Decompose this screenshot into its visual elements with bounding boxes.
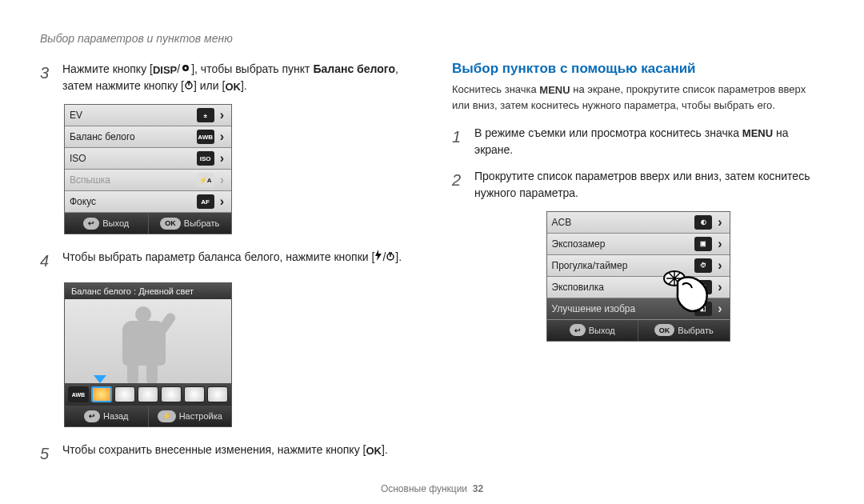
- page-number: 32: [473, 483, 483, 494]
- t: Нажмите кнопку [: [62, 62, 153, 75]
- page-footer: Основные функции 32: [0, 483, 864, 494]
- menu-label: ACB: [552, 217, 695, 228]
- flower-icon: [180, 63, 191, 73]
- t: ].: [395, 250, 402, 263]
- bold-term: Баланс белого: [313, 62, 395, 75]
- chevron-right-icon: ›: [715, 258, 724, 273]
- page-header: Выбор параметров и пунктов меню: [40, 32, 824, 45]
- menu-label: Экспозамер: [552, 238, 695, 250]
- disp-icon: DISP: [153, 62, 177, 78]
- menu-row-acb[interactable]: ACB ◐ ›: [547, 212, 730, 234]
- wb-swatch[interactable]: [114, 386, 135, 402]
- wb-swatch-strip[interactable]: AWB: [65, 383, 231, 406]
- step-number: 2: [452, 168, 466, 202]
- wb-swatch[interactable]: [184, 386, 205, 402]
- menu-row-enhance[interactable]: Улучшение изобра ◧ ›: [547, 298, 730, 320]
- step-text: Прокрутите список параметров вверх или в…: [474, 168, 824, 202]
- timer-icon: [184, 80, 194, 90]
- flash-icon: ⚡A: [197, 173, 214, 187]
- menu-row-wb[interactable]: Баланс белого AWB ›: [65, 126, 231, 148]
- footer-label: Основные функции: [381, 483, 467, 494]
- chevron-right-icon: ›: [218, 173, 226, 187]
- timer-icon: ⏱: [694, 258, 712, 273]
- step-4: 4 Чтобы выбрать параметр баланса белого,…: [40, 249, 412, 273]
- camera-screen-menu: EV ± › Баланс белого AWB › ISO ISO › Всп…: [64, 104, 232, 234]
- step-text: В режиме съемки или просмотра коснитесь …: [474, 125, 824, 158]
- menu-label: Фокус: [70, 196, 197, 207]
- bottom-bar: ↩ Выход OK Выбрать: [547, 320, 730, 341]
- t: ] или [: [194, 79, 225, 92]
- menu-row-ev[interactable]: EV ± ›: [65, 105, 231, 126]
- label: Выход: [102, 218, 129, 228]
- menu-label: EV: [70, 110, 197, 121]
- menu-label: Баланс белого: [70, 131, 197, 142]
- ok-icon: OK: [366, 443, 382, 459]
- chevron-right-icon: ›: [218, 108, 226, 122]
- metering-icon: ▣: [694, 237, 712, 251]
- acb-icon: ◐: [694, 215, 712, 230]
- left-column: 3 Нажмите кнопку [DISP/], чтобы выбрать …: [40, 61, 412, 475]
- chevron-right-icon: ›: [715, 302, 724, 316]
- setup-button[interactable]: ⚡ Настройка: [149, 406, 232, 426]
- label: Выбрать: [184, 218, 219, 228]
- step-text: Чтобы сохранить внесенные изменения, наж…: [62, 442, 412, 466]
- wb-awb-swatch[interactable]: AWB: [68, 386, 89, 402]
- wb-swatch[interactable]: [207, 386, 228, 402]
- lcd-preview: [65, 299, 231, 383]
- step-1: 1 В режиме съемки или просмотра коснитес…: [452, 125, 824, 158]
- camera-screen-wb: Баланс белого : Дневной свет AWB: [64, 282, 232, 427]
- menu-label: Улучшение изобра: [552, 303, 695, 314]
- step-number: 5: [40, 442, 54, 466]
- ok-pill-icon: OK: [654, 324, 675, 336]
- awb-icon: AWB: [197, 130, 214, 144]
- exit-button[interactable]: ↩ Выход: [547, 320, 639, 341]
- menu-row-focus[interactable]: Фокус AF ›: [65, 191, 231, 213]
- ev-icon: ±: [197, 108, 214, 122]
- step-number: 4: [40, 249, 54, 273]
- camera-screen-touch: ACB ◐ › Экспозамер ▣ › Прогулка/таймер ⏱…: [546, 211, 730, 342]
- wb-swatch[interactable]: [161, 386, 182, 402]
- menu-label: Прогулка/таймер: [552, 260, 695, 271]
- select-button[interactable]: OK Выбрать: [149, 213, 232, 234]
- select-button[interactable]: OK Выбрать: [638, 320, 730, 341]
- person-silhouette: [111, 303, 167, 383]
- step-number: 3: [40, 61, 54, 94]
- enhance-icon: ◧: [694, 302, 712, 316]
- chevron-right-icon: ›: [218, 194, 226, 209]
- iso-icon: ISO: [197, 151, 214, 166]
- back-icon: ↩: [570, 324, 586, 336]
- menu-row-metering[interactable]: Экспозамер ▣ ›: [547, 234, 730, 255]
- step-text: Чтобы выбрать параметр баланса белого, н…: [62, 249, 412, 273]
- ok-pill-icon: OK: [160, 218, 181, 230]
- bottom-bar: ↩ Выход OK Выбрать: [65, 213, 231, 234]
- step-2: 2 Прокрутите список параметров вверх или…: [452, 168, 824, 202]
- step-3: 3 Нажмите кнопку [DISP/], чтобы выбрать …: [40, 61, 412, 94]
- exit-button[interactable]: ↩ Выход: [65, 213, 149, 234]
- menu-label: Вспышка: [70, 174, 197, 186]
- back-icon: ↩: [83, 218, 99, 230]
- flash-icon: [374, 250, 382, 261]
- svg-point-1: [185, 67, 187, 70]
- wb-daylight-swatch[interactable]: [91, 386, 112, 402]
- right-column: Выбор пунктов с помощью касаний Коснитес…: [452, 61, 824, 475]
- t: ], чтобы выбрать пункт: [191, 62, 313, 75]
- label: Выход: [589, 326, 615, 335]
- section-heading: Выбор пунктов с помощью касаний: [452, 61, 824, 77]
- menu-icon: MENU: [742, 126, 773, 142]
- step-5: 5 Чтобы сохранить внесенные изменения, н…: [40, 442, 412, 466]
- wb-swatch[interactable]: [138, 386, 158, 402]
- timer-icon: [386, 251, 395, 261]
- ok-icon: OK: [225, 79, 241, 95]
- menu-row-flash: Вспышка ⚡A ›: [65, 170, 231, 191]
- t: В режиме съемки или просмотра коснитесь …: [474, 126, 742, 139]
- menu-row-bracket[interactable]: Эксповилка E ›: [547, 277, 730, 298]
- svg-marker-5: [375, 250, 382, 261]
- label: Выбрать: [678, 326, 713, 335]
- chevron-right-icon: ›: [715, 237, 724, 251]
- t: ].: [241, 79, 247, 92]
- back-button[interactable]: ↩ Назад: [65, 406, 149, 426]
- chevron-right-icon: ›: [218, 151, 226, 166]
- back-icon: ↩: [84, 410, 100, 422]
- menu-row-timer[interactable]: Прогулка/таймер ⏱ ›: [547, 255, 730, 277]
- menu-row-iso[interactable]: ISO ISO ›: [65, 148, 231, 170]
